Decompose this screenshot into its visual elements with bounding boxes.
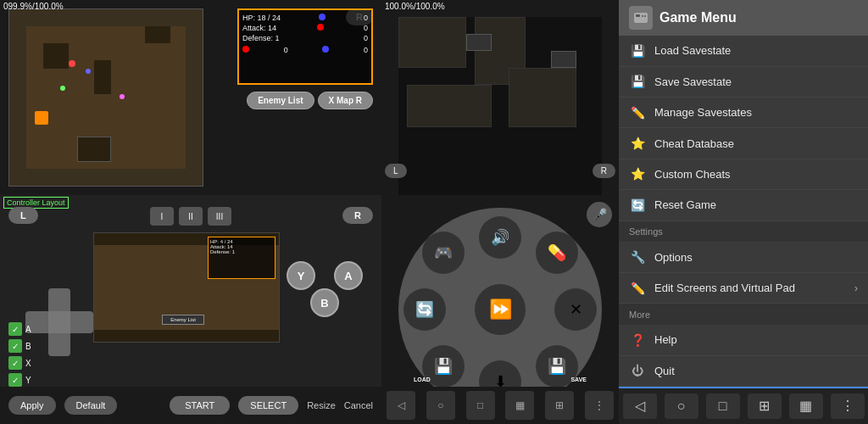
nav-extra-1[interactable]: ⊞ — [748, 393, 782, 419]
custom-cheats-icon: ⭐ — [629, 165, 646, 182]
enemy-list-btn[interactable]: Enemy List — [247, 92, 314, 109]
dpad-area — [25, 288, 93, 356]
radial-gamepad[interactable]: 🎮 — [422, 232, 465, 274]
mid-nav-6[interactable]: ⋮ — [585, 391, 614, 420]
reset-game-icon: 🔄 — [629, 197, 646, 214]
svg-rect-2 — [642, 15, 643, 17]
menu-header: Game Menu — [619, 0, 868, 36]
val2: 0 — [364, 34, 368, 42]
quit-icon: ⏻ — [629, 362, 646, 379]
mid-percentage: 100.0%/100.0% — [385, 2, 445, 11]
radial-health[interactable]: 💊 — [536, 232, 578, 274]
checkbox-x[interactable]: ✓ — [8, 356, 22, 370]
mic-button[interactable]: 🎤 — [587, 202, 612, 227]
quit-label: Quit — [654, 365, 858, 377]
menu-item-custom-cheats[interactable]: ⭐ Custom Cheats — [619, 159, 868, 190]
default-button[interactable]: Default — [64, 396, 118, 415]
nav-extra-3[interactable]: ⋮ — [831, 393, 865, 419]
map-btn[interactable]: X Map R — [318, 92, 373, 109]
save-savestate-icon: 💾 — [629, 73, 646, 90]
menu-item-manage-savestates[interactable]: ✏️ Manage Savestates — [619, 98, 868, 128]
right-panel: Game Menu 💾 Load Savestate 💾 Save Savest… — [619, 0, 868, 424]
menu-item-reset-game[interactable]: 🔄 Reset Game — [619, 190, 868, 220]
mid-bottom-bar: ◁ ○ □ ▦ ⊞ ⋮ — [381, 387, 619, 424]
ctrl-l-button[interactable]: L — [8, 207, 38, 224]
edit-screens-icon: ✏️ — [629, 280, 646, 297]
dpad-center — [48, 311, 70, 333]
radial-menu: 🔊 💊 ✕ 💾 💾 🔄 ⬇ 🎮 LOAD SAVE START SELECT ⏩ — [398, 208, 602, 411]
nav-home-btn[interactable]: ○ — [665, 393, 698, 419]
mid-nav-5[interactable]: ⊞ — [545, 391, 574, 420]
check-a: ✓ A — [8, 322, 31, 336]
seg-btn-3[interactable]: III — [208, 207, 231, 226]
dpad[interactable] — [25, 288, 93, 356]
controls-area: Controller Layout L R I II III HP: 4 / 2… — [0, 195, 381, 424]
label-save: SAVE — [570, 377, 587, 382]
custom-cheats-label: Custom Cheats — [654, 168, 858, 181]
mid-r-btn[interactable]: R — [593, 164, 615, 178]
svg-rect-0 — [634, 13, 648, 23]
b-button[interactable]: B — [310, 288, 339, 317]
cheat-database-label: Cheat Database — [654, 137, 858, 150]
mid-l-btn[interactable]: L — [385, 164, 407, 178]
radial-cancel[interactable]: ✕ — [554, 288, 597, 331]
checkbox-b[interactable]: ✓ — [8, 339, 22, 353]
check-b: ✓ B — [8, 339, 31, 353]
radial-rotate[interactable]: 🔄 — [403, 288, 446, 331]
menu-item-help[interactable]: ❓ Help — [619, 325, 868, 355]
mid-nav-4[interactable]: ▦ — [505, 391, 534, 420]
resize-btn[interactable]: Resize — [307, 400, 336, 410]
manage-savestates-icon: ✏️ — [629, 104, 646, 121]
menu-item-options[interactable]: 🔧 Options — [619, 242, 868, 272]
mid-nav-3[interactable]: □ — [466, 391, 495, 420]
radial-center-icon: ⏩ — [489, 298, 512, 321]
seg-btn-1[interactable]: I — [150, 207, 174, 226]
mid-nav-1[interactable]: ◁ — [387, 391, 415, 420]
ctrl-r-button[interactable]: R — [342, 207, 373, 224]
val0: 0 — [364, 14, 368, 22]
label-load: LOAD — [414, 377, 431, 382]
help-label: Help — [654, 333, 858, 346]
radial-center-btn[interactable]: ⏩ — [475, 284, 526, 335]
nav-extra-2[interactable]: ▦ — [789, 393, 823, 419]
save-savestate-label: Save Savestate — [654, 75, 858, 88]
cancel-btn[interactable]: Cancel — [344, 400, 373, 410]
game-screen-top: 099.9%/100.0% R HP — [0, 0, 381, 195]
check-x-label: X — [25, 359, 31, 368]
nav-back-btn[interactable]: ◁ — [623, 393, 657, 419]
seg-btn-2[interactable]: II — [179, 207, 203, 226]
radial-volume[interactable]: 🔊 — [479, 216, 521, 259]
menu-item-cheat-database[interactable]: ⭐ Cheat Database — [619, 128, 868, 159]
y-button[interactable]: Y — [287, 261, 315, 290]
checkbox-y[interactable]: ✓ — [8, 373, 22, 387]
mid-game-screen: L R — [381, 0, 619, 195]
svg-rect-1 — [636, 14, 640, 17]
mid-scene-dark — [381, 0, 619, 195]
hud-box: HP: 18 / 24 0 Attack: 14 0 Defense: 1 0 … — [237, 8, 373, 85]
check-x: ✓ X — [8, 356, 31, 370]
menu-bottom-bar: ◁ ○ □ ⊞ ▦ ⋮ — [619, 388, 868, 424]
middle-panel: 100.0%/100.0% L R 🔊 💊 — [381, 0, 619, 424]
load-savestate-icon: 💾 — [629, 42, 646, 59]
defense-text: Defense: 1 — [242, 34, 280, 42]
seg-buttons: I II III — [150, 207, 231, 226]
checkbox-a[interactable]: ✓ — [8, 322, 22, 336]
edit-screens-arrow: › — [854, 282, 858, 294]
check-y: ✓ Y — [8, 373, 31, 387]
start-button[interactable]: START — [170, 396, 230, 415]
bottom-row: Apply Default START SELECT Resize Cancel — [0, 387, 381, 424]
apply-button[interactable]: Apply — [8, 396, 56, 415]
check-row: ✓ A ✓ B ✓ X ✓ Y — [8, 322, 31, 387]
nav-recents-btn[interactable]: □ — [706, 393, 740, 419]
menu-item-save-savestate[interactable]: 💾 Save Savestate — [619, 67, 868, 98]
a-button[interactable]: A — [334, 261, 363, 290]
left-panel: 099.9%/100.0% R HP — [0, 0, 381, 424]
select-button[interactable]: SELECT — [238, 396, 298, 415]
menu-item-quit[interactable]: ⏻ Quit — [619, 356, 868, 387]
mid-nav-2[interactable]: ○ — [426, 391, 455, 420]
menu-item-edit-screens[interactable]: ✏️ Edit Screens and Virtual Pad › — [619, 273, 868, 304]
more-section: More — [619, 304, 868, 325]
menu-header-icon — [629, 6, 653, 30]
settings-section: Settings — [619, 221, 868, 243]
menu-item-load-savestate[interactable]: 💾 Load Savestate — [619, 36, 868, 66]
